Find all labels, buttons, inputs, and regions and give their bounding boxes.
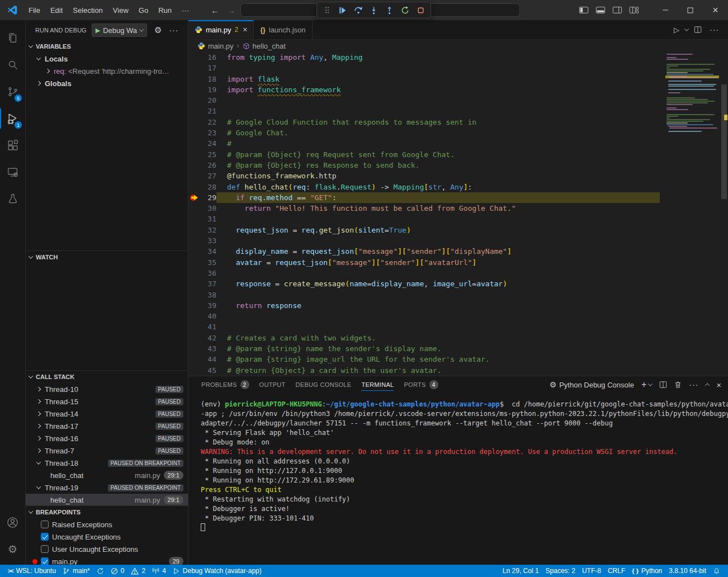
gutter-glyph[interactable] [188,354,202,365]
gutter-glyph[interactable] [188,333,202,343]
gutter-glyph[interactable] [188,171,202,181]
gutter-glyph[interactable] [188,235,202,246]
breakpoint-row[interactable]: Raised Exceptions [26,518,188,531]
variables-scope-row[interactable]: Locals [26,53,188,65]
variable-row[interactable]: req: <Request 'http://charming-tro… [26,65,188,77]
call-stack-header[interactable]: CALL STACK [26,371,188,383]
code-line[interactable]: 16from typing import Any, Mapping [188,52,660,63]
toggle-sidebar-icon[interactable] [575,0,592,20]
code-line[interactable]: 21 [188,106,660,116]
gutter-glyph[interactable] [188,203,202,214]
watch-header[interactable]: WATCH [26,251,188,263]
code-line[interactable]: 30 return "Hello! This function must be … [188,203,660,214]
code-line[interactable]: 33 [188,235,660,246]
activity-remote-explorer[interactable] [0,159,25,186]
breadcrumb-item-main-py[interactable]: main.py [197,42,234,50]
code-line[interactable]: 28def hello_chat(req: flask.Request) -> … [188,182,660,192]
tab-close-icon[interactable]: × [243,25,247,34]
menu-go[interactable]: Go [134,0,153,20]
editor-more-actions-icon[interactable]: ··· [707,25,721,34]
menu-file[interactable]: File [23,0,45,20]
menu-view[interactable]: View [108,0,134,20]
gutter-glyph[interactable] [188,257,202,268]
call-stack-thread-row[interactable]: Thread-18PAUSED ON BREAKPOINT [26,457,188,469]
gutter-glyph[interactable] [188,290,202,300]
variables-scope-row[interactable]: Globals [26,77,188,89]
scrollbar-slider[interactable] [721,84,727,199]
drag-grip-icon[interactable] [319,3,334,17]
gutter-glyph[interactable] [188,214,202,224]
customize-layout-icon[interactable] [626,0,642,20]
maximize-panel-icon[interactable] [705,383,710,387]
gutter-glyph[interactable] [188,300,202,311]
gutter-glyph[interactable] [188,268,202,278]
toggle-panel-icon[interactable] [592,0,609,20]
call-stack-thread-row[interactable]: Thread-10PAUSED [26,383,188,395]
breakpoint-checkbox[interactable] [41,521,49,528]
close-panel-icon[interactable]: × [716,380,721,390]
variables-header[interactable]: VARIABLES [26,40,188,53]
panel-tab-problems[interactable]: PROBLEMS2 [196,376,254,393]
status-ln-29-col-1[interactable]: Ln 29, Col 1 [499,565,542,577]
activity-settings[interactable]: ⚙ [0,536,25,562]
gutter-glyph[interactable] [188,138,202,149]
editor-scrollbar[interactable] [720,52,728,376]
code-line[interactable]: 38 [188,290,660,300]
code-line[interactable]: 29 if req.method == "GET": [188,192,660,203]
split-terminal-icon[interactable] [659,381,667,389]
breakpoint-row[interactable]: Uncaught Exceptions [26,531,188,543]
status-3-8-10-64-bit[interactable]: 3.8.10 64-bit [665,565,710,577]
nav-back-button[interactable]: ← [211,6,219,15]
step-over-icon[interactable] [351,3,366,17]
code-line[interactable]: 18import flask [188,74,660,84]
call-stack-thread-row[interactable]: Thread-7PAUSED [26,444,188,457]
call-stack-thread-row[interactable]: Thread-17PAUSED [26,420,188,432]
gutter-glyph[interactable] [188,117,202,127]
gutter-glyph[interactable] [188,127,202,138]
panel-tab-terminal[interactable]: TERMINAL [356,376,399,393]
gutter-glyph[interactable] [188,311,202,321]
terminal-output[interactable]: (env) pierrick@LAPTOP-HKU5PNNG:~/git/goo… [188,393,728,565]
kill-terminal-trash-icon[interactable] [674,381,682,389]
minimap[interactable] [666,54,719,134]
code-line[interactable]: 42# Creates a card with two widgets. [188,333,660,343]
start-debug-icon[interactable]: ▶ [96,27,100,34]
debug-more-actions-icon[interactable]: ··· [169,26,179,35]
code-line[interactable]: 44# @param {string} image_url the URL fo… [188,354,660,365]
new-terminal-button[interactable]: + [641,380,652,390]
gutter-glyph[interactable] [188,365,202,376]
code-line[interactable]: 19import functions_framework [188,84,660,95]
code-line[interactable]: 35 avatar = request_json["message"]["sen… [188,257,660,268]
gutter-glyph[interactable] [188,160,202,171]
call-stack-frame-row[interactable]: hello_chatmain.py29:1 [26,469,188,481]
status-0[interactable]: 0 [107,565,128,577]
code-line[interactable]: 32 request_json = req.get_json(silent=Tr… [188,225,660,235]
code-line[interactable]: 17 [188,63,660,73]
panel-tab-output[interactable]: OUTPUT [254,376,291,393]
panel-more-actions-icon[interactable]: ··· [689,380,698,389]
gutter-glyph[interactable] [188,225,202,235]
call-stack-thread-row[interactable]: Thread-16PAUSED [26,432,188,444]
code-line[interactable]: 24# [188,138,660,149]
breadcrumb-item-hello_chat[interactable]: hello_chat [243,42,286,50]
gutter-glyph[interactable] [188,343,202,354]
debug-config-dropdown[interactable]: ▶ Debug Wa [92,23,147,37]
nav-forward-button[interactable]: → [227,6,235,15]
restart-icon[interactable] [398,3,413,17]
split-editor-icon[interactable] [692,26,704,34]
code-line[interactable]: 23# Google Chat. [188,127,660,138]
gutter-glyph[interactable] [188,52,202,63]
terminal-profile[interactable]: ⚙ Python Debug Console [550,380,634,389]
code-line[interactable]: 39 return response [188,300,660,311]
activity-testing[interactable] [0,186,25,212]
code-line[interactable]: 37 response = create_message(name=displa… [188,278,660,289]
status-bell[interactable] [710,565,724,577]
status-wsl-ubuntu[interactable]: ><WSL: Ubuntu [4,565,59,577]
status-debug-watch-avatar-app[interactable]: Debug Watch (avatar-app) [169,565,265,577]
code-line[interactable]: 27@functions_framework.http [188,171,660,181]
code-line[interactable]: 36 [188,268,660,278]
menu-edit[interactable]: Edit [45,0,68,20]
menu-selection[interactable]: Selection [68,0,107,20]
code-line[interactable]: 34 display_name = request_json["message"… [188,246,660,257]
gutter-glyph[interactable] [188,321,202,332]
